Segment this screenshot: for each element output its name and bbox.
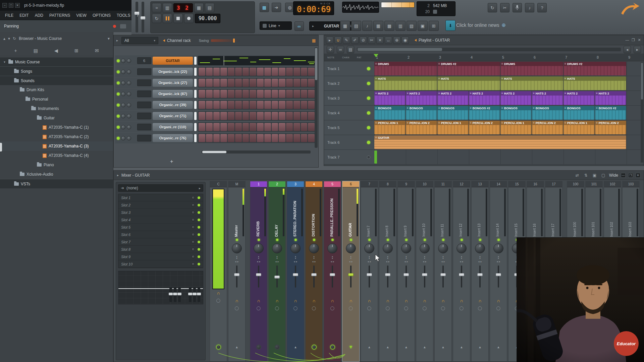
channel-pan-knob[interactable]: [121, 125, 125, 129]
chain-icon[interactable]: ∞: [337, 46, 344, 53]
browser-snapshot-icon[interactable]: ✉: [95, 48, 99, 53]
step-cell[interactable]: [213, 90, 220, 98]
stop-button[interactable]: [173, 14, 183, 23]
link-icon[interactable]: ∞: [294, 21, 304, 31]
step-cell[interactable]: [235, 90, 242, 98]
step-cell[interactable]: [286, 112, 293, 120]
step-cell[interactable]: [301, 90, 308, 98]
step-cell[interactable]: [308, 134, 315, 142]
channel-enable-led[interactable]: [117, 104, 120, 107]
mixer-strip-13[interactable]: 13Insert 13▲▼◂▸∩◯▲: [471, 181, 489, 362]
slot-enable-led[interactable]: [198, 219, 200, 221]
step-cell[interactable]: [213, 123, 220, 131]
step-cell[interactable]: [250, 112, 256, 120]
pattern-clip[interactable]: ≡PERCU..ION 2: [532, 121, 563, 134]
headphone-icon[interactable]: ∩: [342, 297, 359, 305]
step-cell[interactable]: [293, 90, 300, 98]
step-cell[interactable]: [308, 112, 315, 120]
send-knob[interactable]: [330, 345, 335, 350]
step-grid[interactable]: [198, 133, 315, 143]
browser-item[interactable]: ▾Music Course: [0, 57, 113, 66]
step-cell[interactable]: [272, 68, 278, 76]
headphone-icon[interactable]: ∩: [324, 297, 341, 305]
slot-enable-led[interactable]: [198, 211, 200, 214]
pattern-clip[interactable]: ≡BONGOS #2: [595, 106, 626, 120]
pattern-clip[interactable]: ≡DRUMS: [374, 62, 437, 75]
stereo-sep-control[interactable]: ▲▼: [269, 255, 285, 260]
download-icon[interactable]: ⬇: [445, 20, 455, 31]
slot-enable-led[interactable]: [198, 248, 200, 251]
mixer-target-box[interactable]: [137, 68, 151, 75]
step-cell[interactable]: [293, 101, 300, 109]
strip-number-tab[interactable]: 17: [545, 181, 562, 187]
pattern-clip[interactable]: ≡DRUMS #2: [437, 62, 500, 75]
channel-volume-knob[interactable]: [127, 114, 131, 118]
record-arm-icon[interactable]: ◯: [324, 305, 341, 312]
fader-handle[interactable]: [256, 273, 261, 276]
route-slot[interactable]: ▲: [398, 343, 415, 351]
strip-number-tab[interactable]: 13: [472, 181, 488, 187]
scroll-right-icon[interactable]: ▸: [634, 46, 641, 53]
browser-item[interactable]: Guitar: [0, 113, 113, 123]
mixer-strip-9[interactable]: 9Insert 9▲▼◂▸∩◯▲: [397, 181, 415, 362]
effect-slot[interactable]: Slot 4: [118, 216, 203, 224]
channel-row[interactable]: Organic..ick (87): [115, 88, 317, 99]
stereo-sep-control[interactable]: ▲▼: [324, 255, 341, 260]
step-cell[interactable]: [220, 134, 227, 142]
step-cell[interactable]: [257, 90, 264, 98]
menu-item-tools[interactable]: TOOLS: [114, 12, 133, 19]
track-lane[interactable]: ≡DRUMS≡DRUMS #2≡DRUMS≡DRUMS #2: [374, 61, 644, 76]
fader-handle[interactable]: [477, 273, 483, 276]
slot-enable-led[interactable]: [198, 233, 200, 236]
headphone-icon[interactable]: ∩: [416, 297, 433, 305]
toggle-browser-icon[interactable]: ▣: [418, 21, 428, 31]
browser-item[interactable]: AT2035-Yamaha-C (3): [0, 141, 113, 151]
step-cell[interactable]: [206, 90, 213, 98]
menu-item-options[interactable]: OPTIONS: [90, 12, 114, 19]
record-arm-icon[interactable]: ◯: [228, 305, 245, 312]
rack-vscrollbar[interactable]: [315, 47, 318, 148]
step-cell[interactable]: [257, 79, 264, 87]
step-cell[interactable]: [199, 68, 205, 76]
track-lane[interactable]: ≡HATS≡HATS≡HATS≡HATS: [374, 76, 644, 90]
step-cell[interactable]: [199, 90, 205, 98]
toggle-playlist-icon[interactable]: ▦: [373, 21, 383, 31]
slot-selector[interactable]: ➜ (none) ▸: [118, 184, 203, 192]
channel-row[interactable]: 6GUITAR: [115, 55, 317, 66]
wave-shape-icon[interactable]: ≈: [152, 3, 161, 12]
slip-icon[interactable]: ↔: [385, 37, 392, 44]
pattern-clip[interactable]: ≡PERCU..ION 1: [500, 121, 532, 134]
record-arm-icon[interactable]: ◯: [306, 305, 322, 312]
slot-mix-knob[interactable]: [192, 255, 195, 258]
maximize-button[interactable]: ❐: [628, 173, 633, 178]
zoom-icon[interactable]: ⊕: [393, 37, 400, 44]
stereo-sep-control[interactable]: ▲▼: [287, 255, 304, 260]
step-cell[interactable]: [257, 134, 264, 142]
mixer-strip-M[interactable]: MMaster▲▼◂▸∩◯▲: [228, 181, 246, 362]
move-icon[interactable]: ✛: [327, 46, 334, 53]
fader-handle[interactable]: [422, 273, 427, 276]
strip-number-tab[interactable]: 9: [398, 181, 415, 187]
step-grid[interactable]: [198, 100, 315, 110]
channel-volume-knob[interactable]: [127, 81, 131, 85]
mixer-strip-7[interactable]: 7Insert 7▲▼◂▸∩◯▲: [361, 181, 378, 362]
effect-slot[interactable]: Slot 5: [118, 224, 203, 231]
volume-fader[interactable]: [472, 264, 488, 289]
master-pitch-slider[interactable]: [142, 2, 144, 33]
toggle-plugin-picker-icon[interactable]: ⊞: [429, 21, 439, 31]
strip-number-tab[interactable]: 101: [586, 181, 602, 187]
toggle-note-stamp-icon[interactable]: ♪: [362, 21, 372, 31]
route-slot[interactable]: ▲: [228, 343, 245, 351]
step-cell[interactable]: [301, 79, 308, 87]
pattern-clip[interactable]: ≡DRUMS #2: [564, 62, 626, 75]
track-header[interactable]: Track 4: [324, 106, 374, 120]
toggle-step-grid-icon[interactable]: ▤: [351, 21, 361, 31]
mixer-strip-4[interactable]: 4DISTORTION▲▼◂▸∩◯: [305, 181, 323, 362]
step-cell[interactable]: [264, 68, 271, 76]
view-mode-label[interactable]: Wide: [609, 173, 618, 178]
fader-handle[interactable]: [367, 273, 372, 276]
cut-icon[interactable]: ✂: [500, 3, 509, 12]
pan-knob[interactable]: [383, 243, 393, 253]
step-cell[interactable]: [272, 134, 278, 142]
track-lane[interactable]: ≡HATS 2≡HATS 2≡HATS 2≡HATS 2≡HATS 2≡HATS…: [374, 91, 644, 105]
